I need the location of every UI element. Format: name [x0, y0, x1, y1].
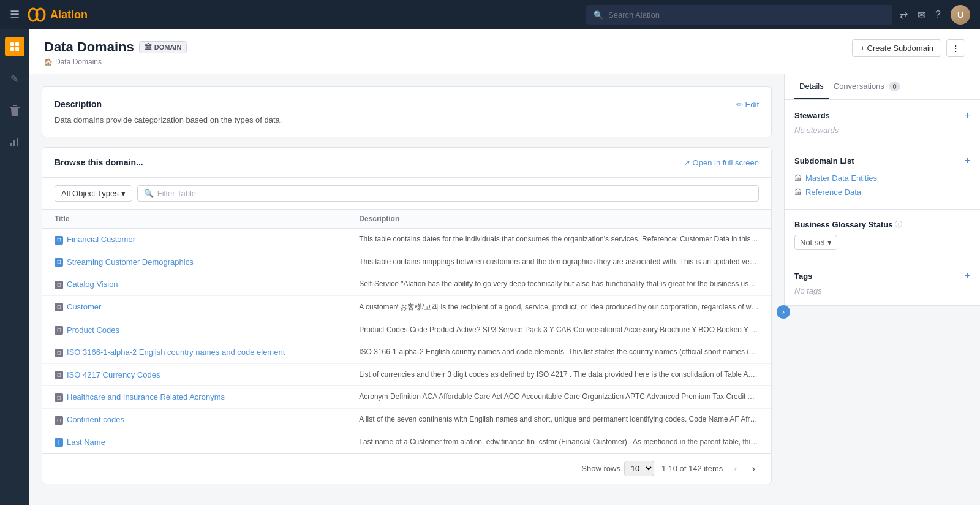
subdomain-list-title: Subdomain List — [794, 156, 854, 165]
show-rows-label: Show rows — [581, 464, 620, 473]
item-link[interactable]: Continent codes — [67, 415, 124, 424]
edit-button[interactable]: ✏ Edit — [736, 100, 759, 109]
svg-rect-7 — [13, 140, 15, 146]
item-link[interactable]: Healthcare and Insurance Related Acronym… — [67, 392, 225, 401]
add-subdomain-button[interactable]: + — [965, 155, 970, 166]
svg-rect-4 — [10, 47, 14, 51]
sidebar-item-trash[interactable] — [5, 101, 24, 120]
item-link[interactable]: Catalog Vision — [67, 279, 118, 289]
table-cell-title: ⊞Streaming Customer Demographics — [42, 251, 347, 273]
add-steward-button[interactable]: + — [965, 110, 970, 121]
domain-badge: 🏛 DOMAIN — [139, 41, 187, 53]
app-body: ✎ Data Domains 🏛 DOMAIN 🏠 Data Do — [0, 29, 980, 505]
search-icon: 🔍 — [594, 10, 603, 20]
subdomain-label-2: Reference Data — [805, 188, 861, 197]
rows-per-page-select[interactable]: 10 25 50 — [624, 461, 654, 476]
page-header: Data Domains 🏛 DOMAIN 🏠 Data Domains + C… — [29, 29, 980, 74]
table-cell-description: ISO 3166-1-alpha-2 English country names… — [347, 341, 771, 364]
item-link[interactable]: Financial Customer — [67, 235, 135, 244]
center-panel: Description ✏ Edit Data domains provide … — [29, 74, 784, 505]
right-panel-wrapper: › Details Conversations 0 — [784, 74, 980, 505]
row-type-icon: ◻ — [55, 326, 63, 335]
svg-rect-8 — [17, 138, 18, 146]
row-type-icon: ∣ — [55, 438, 63, 447]
object-type-filter[interactable]: All Object Types ▾ — [55, 185, 132, 202]
show-rows: Show rows 10 25 50 — [581, 461, 654, 476]
page-header-left: Data Domains 🏛 DOMAIN 🏠 Data Domains — [44, 39, 187, 66]
tab-details[interactable]: Details — [794, 74, 829, 99]
table-cell-description: A customer/ お客様/고객 is the recipient of a… — [347, 295, 771, 319]
main-content: Data Domains 🏛 DOMAIN 🏠 Data Domains + C… — [29, 29, 980, 505]
breadcrumb-link[interactable]: Data Domains — [55, 58, 102, 66]
svg-rect-6 — [10, 143, 12, 146]
sidebar-item-analytics[interactable] — [5, 132, 24, 152]
breadcrumb: 🏠 Data Domains — [44, 58, 187, 66]
table-cell-title: ∣Last Name — [42, 431, 347, 453]
page-header-right: + Create Subdomain ⋮ — [852, 39, 965, 57]
help-icon[interactable]: ? — [935, 9, 941, 20]
sidebar-item-home[interactable] — [5, 37, 24, 56]
table-footer: Show rows 10 25 50 1-10 of 142 items ‹ › — [42, 453, 771, 484]
item-link[interactable]: Streaming Customer Demographics — [67, 257, 194, 267]
row-type-icon: ◻ — [55, 349, 63, 357]
description-text: Data domains provide categorization base… — [55, 115, 759, 124]
more-options-button[interactable]: ⋮ — [946, 39, 965, 57]
collapse-toggle-button[interactable]: › — [777, 305, 790, 319]
item-link[interactable]: ISO 4217 Currency Codes — [67, 370, 160, 379]
right-panel: Details Conversations 0 Stewards + — [784, 74, 980, 306]
avatar[interactable]: U — [951, 5, 970, 25]
connections-icon[interactable]: ⇄ — [900, 9, 908, 21]
subdomain-item-1[interactable]: 🏛 Master Data Entities — [794, 171, 970, 185]
table-row: ◻Continent codesA list of the seven cont… — [42, 408, 771, 431]
table-cell-description: List of currencies and their 3 digit cod… — [347, 363, 771, 386]
table-row: ◻Catalog VisionSelf-Service "Alation has… — [42, 273, 771, 296]
app-logo[interactable]: Alation — [27, 5, 88, 25]
no-tags-text: No tags — [794, 286, 822, 295]
status-value: Not set — [800, 238, 825, 247]
row-type-icon: ◻ — [55, 281, 63, 289]
svg-rect-5 — [15, 47, 19, 51]
tab-conversations[interactable]: Conversations 0 — [829, 74, 905, 99]
description-header: Description ✏ Edit — [55, 99, 759, 109]
item-link[interactable]: ISO 3166-1-alpha-2 English country names… — [67, 347, 285, 357]
filter-table-input[interactable] — [157, 189, 752, 198]
table-cell-description: Self-Service "Alation has the ability to… — [347, 273, 771, 296]
add-tag-button[interactable]: + — [965, 270, 970, 281]
item-link[interactable]: Customer — [67, 302, 101, 311]
description-label: Description — [55, 99, 102, 109]
row-type-icon: ◻ — [55, 371, 63, 379]
search-input[interactable] — [608, 10, 885, 20]
mail-icon[interactable]: ✉ — [918, 9, 925, 21]
table-row: ◻ISO 3166-1-alpha-2 English country name… — [42, 341, 771, 364]
table-cell-title: ◻Catalog Vision — [42, 273, 347, 296]
chevron-down-icon: ▾ — [121, 189, 126, 198]
stewards-section: Stewards + No stewards — [785, 100, 980, 145]
global-search[interactable]: 🔍 — [586, 5, 892, 25]
table-row: ⊞Financial CustomerThis table contains d… — [42, 229, 771, 251]
subdomain-item-2[interactable]: 🏛 Reference Data — [794, 185, 970, 199]
table-row: ◻Healthcare and Insurance Related Acrony… — [42, 386, 771, 409]
sidebar-item-compose[interactable]: ✎ — [5, 69, 24, 88]
table-cell-description: Product Codes Code Product Active? SP3 S… — [347, 319, 771, 341]
table-cell-description: Last name of a Customer from alation_edw… — [347, 431, 771, 453]
pagination-prev-button[interactable]: ‹ — [730, 462, 741, 476]
item-link[interactable]: Product Codes — [67, 325, 119, 335]
hamburger-menu[interactable]: ☰ — [10, 8, 20, 21]
edit-icon: ✏ — [736, 100, 743, 109]
tags-section: Tags + No tags — [785, 260, 980, 306]
row-type-icon: ◻ — [55, 303, 63, 311]
table-row: ◻CustomerA customer/ お客様/고객 is the recip… — [42, 295, 771, 319]
table-cell-description: A list of the seven continents with Engl… — [347, 408, 771, 431]
app-title: Alation — [50, 9, 88, 21]
top-navigation: ☰ Alation 🔍 ⇄ ✉ ? U — [0, 0, 980, 29]
left-sidebar: ✎ — [0, 29, 29, 505]
filter-input-wrap[interactable]: 🔍 — [137, 185, 759, 202]
open-fullscreen-link[interactable]: ↗ Open in full screen — [684, 158, 759, 167]
table-cell-title: ◻ISO 4217 Currency Codes — [42, 363, 347, 386]
domain-icon: 🏛 — [145, 43, 152, 51]
business-glossary-status[interactable]: Not set ▾ — [794, 235, 837, 250]
pagination-next-button[interactable]: › — [748, 462, 759, 476]
item-link[interactable]: Last Name — [67, 438, 105, 447]
table-cell-title: ⊞Financial Customer — [42, 229, 347, 251]
create-subdomain-button[interactable]: + Create Subdomain — [852, 39, 941, 57]
